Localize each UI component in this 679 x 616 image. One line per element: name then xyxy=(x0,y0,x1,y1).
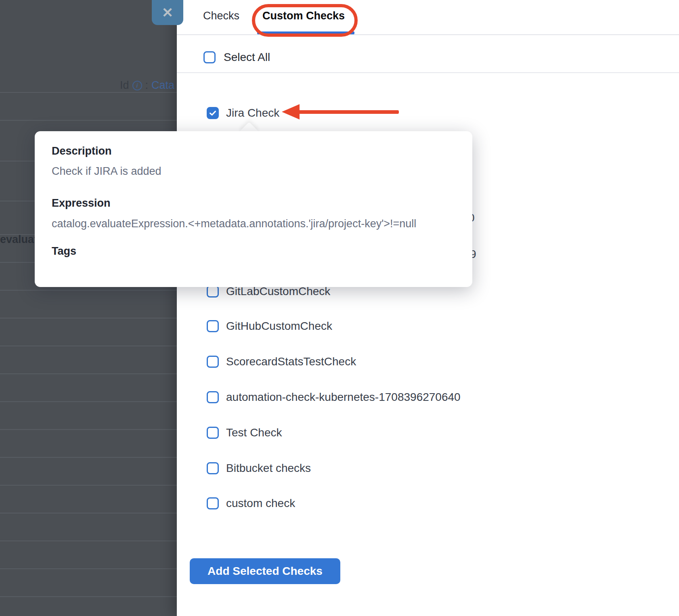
background-table-header: Id i : Cata xyxy=(120,79,174,92)
checks-drawer: Checks Custom Checks Select All Jira Che… xyxy=(177,0,679,616)
close-icon: ✕ xyxy=(162,4,174,21)
table-row-line xyxy=(0,568,177,569)
check-list-item[interactable]: Bitbucket checks xyxy=(207,461,311,475)
check-checkbox[interactable] xyxy=(207,320,219,332)
table-row-line xyxy=(0,92,177,93)
check-checkbox[interactable] xyxy=(207,497,219,509)
select-all-checkbox[interactable] xyxy=(203,51,216,63)
table-row-line xyxy=(0,457,177,458)
select-all-label: Select All xyxy=(224,51,270,64)
id-column-label: Id xyxy=(120,79,129,92)
table-row-line xyxy=(0,541,177,541)
active-tab-underline xyxy=(257,31,354,34)
check-list-item[interactable]: custom check xyxy=(207,497,295,510)
table-row-line xyxy=(0,120,177,121)
check-checkbox[interactable] xyxy=(207,391,219,403)
table-row-line xyxy=(0,596,177,597)
check-label: GitHubCustomCheck xyxy=(226,320,332,333)
tooltip-expression-label: Expression xyxy=(52,197,111,210)
table-row-line xyxy=(0,290,177,291)
check-checkbox[interactable] xyxy=(207,285,219,298)
check-list-item[interactable]: GitHubCustomCheck xyxy=(207,319,332,333)
check-list-item[interactable]: Jira Check xyxy=(207,106,279,120)
header-value-fragment: Cata xyxy=(151,79,174,92)
table-row-line xyxy=(0,318,177,318)
tooltip-tags-label: Tags xyxy=(52,245,76,258)
tooltip-expression-text: catalog.evaluateExpression.<+metadata.an… xyxy=(52,218,416,230)
info-icon: i xyxy=(132,81,142,90)
close-drawer-button[interactable]: ✕ xyxy=(152,0,183,25)
header-colon: : xyxy=(145,79,149,92)
check-checkbox-checked[interactable] xyxy=(207,107,219,119)
check-label: Bitbucket checks xyxy=(226,462,311,475)
annotation-arrow-line xyxy=(298,110,399,114)
table-row-line xyxy=(0,373,177,374)
table-row-line xyxy=(0,513,177,513)
table-row-line xyxy=(0,401,177,402)
check-list-item[interactable]: automation-check-kubernetes-170839627064… xyxy=(207,390,461,404)
check-checkbox[interactable] xyxy=(207,462,219,474)
check-label: Jira Check xyxy=(226,107,279,119)
annotation-arrow-head-icon xyxy=(282,104,300,119)
check-label: Test Check xyxy=(226,426,282,439)
check-label: custom check xyxy=(226,497,295,510)
check-label: automation-check-kubernetes-170839627064… xyxy=(226,391,461,404)
tab-checks[interactable]: Checks xyxy=(203,10,239,22)
check-label: ScorecardStatsTestCheck xyxy=(226,355,356,368)
background-cell-fragment: evaluat xyxy=(0,233,38,246)
check-details-tooltip: Description Check if JIRA is added Expre… xyxy=(35,131,472,287)
table-row-line xyxy=(0,346,177,346)
check-checkbox[interactable] xyxy=(207,356,219,368)
check-checkbox[interactable] xyxy=(207,427,219,439)
select-all-row[interactable]: Select All xyxy=(203,51,270,64)
tab-bar-divider xyxy=(177,34,679,35)
table-row-line xyxy=(0,429,177,430)
select-all-divider xyxy=(177,72,679,73)
table-row-line xyxy=(0,485,177,486)
tooltip-description-label: Description xyxy=(52,145,112,157)
check-list-item[interactable]: ScorecardStatsTestCheck xyxy=(207,355,356,369)
check-list-item[interactable]: Test Check xyxy=(207,426,282,440)
tooltip-description-text: Check if JIRA is added xyxy=(52,165,161,178)
add-selected-checks-button[interactable]: Add Selected Checks xyxy=(190,558,340,584)
tab-custom-checks[interactable]: Custom Checks xyxy=(262,10,345,22)
